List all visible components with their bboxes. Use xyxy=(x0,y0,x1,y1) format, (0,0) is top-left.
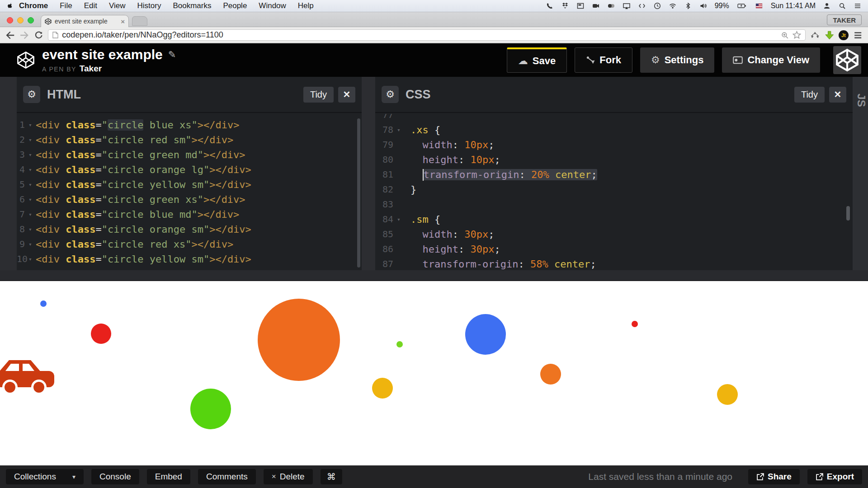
html-close-icon[interactable]: ✕ xyxy=(338,87,355,103)
code-line-85[interactable]: 85 width: 30px; xyxy=(375,227,853,242)
html-tidy-button[interactable]: Tidy xyxy=(303,87,334,103)
apple-icon[interactable] xyxy=(6,2,13,9)
css-scrollbar[interactable] xyxy=(846,206,850,221)
preview-circle-yellow-sm-2[interactable] xyxy=(717,384,738,405)
window-close-button[interactable] xyxy=(7,17,13,23)
html-scrollbar[interactable] xyxy=(357,118,360,267)
code-line-83[interactable]: 83 xyxy=(375,197,853,212)
us-flag-icon[interactable] xyxy=(755,2,764,9)
code-line-10[interactable]: 10▾<div class="circle yellow sm"></div> xyxy=(17,252,362,267)
user-avatar[interactable] xyxy=(833,46,861,74)
code-line-78[interactable]: 78▾.xs { xyxy=(375,122,853,137)
preview-circle-orange-sm[interactable] xyxy=(540,364,561,385)
preview-circle-orange-lg[interactable] xyxy=(258,299,340,381)
preview-circle-blue-md[interactable] xyxy=(465,314,506,355)
fold-arrow-icon[interactable]: ▾ xyxy=(25,237,36,252)
zoom-page-icon[interactable] xyxy=(781,31,789,39)
css-code-editor[interactable]: 7778▾.xs {79 width: 10px;80 height: 10px… xyxy=(375,114,853,270)
preview-circle-blue-xs[interactable] xyxy=(40,300,47,307)
fold-arrow-icon[interactable]: ▾ xyxy=(25,192,36,207)
preview-circle-red-xs[interactable] xyxy=(632,321,638,327)
fold-arrow-icon[interactable]: ▾ xyxy=(25,162,36,177)
change-view-button[interactable]: Change View xyxy=(722,47,820,73)
code-line-9[interactable]: 9▾<div class="circle red xs"></div> xyxy=(17,237,362,252)
tab-close-icon[interactable]: × xyxy=(121,18,125,25)
code-line-82[interactable]: 82} xyxy=(375,182,853,197)
pen-author[interactable]: Taker xyxy=(80,64,102,73)
code-line-8[interactable]: 8▾<div class="circle orange sm"></div> xyxy=(17,222,362,237)
fold-arrow-icon[interactable]: ▾ xyxy=(25,147,36,162)
spotlight-search-icon[interactable] xyxy=(838,2,846,9)
code-line-5[interactable]: 5▾<div class="circle yellow sm"></div> xyxy=(17,177,362,192)
back-icon[interactable] xyxy=(5,31,15,39)
js-collapsed-panel[interactable]: JS xyxy=(853,77,868,270)
window-icon[interactable] xyxy=(576,2,585,9)
toggle-icon[interactable] xyxy=(607,2,615,9)
dropbox-icon[interactable] xyxy=(561,2,569,9)
codepen-logo[interactable] xyxy=(17,51,35,69)
preview-circle-yellow-sm[interactable] xyxy=(372,378,393,399)
fold-arrow-icon[interactable]: ▾ xyxy=(393,122,404,137)
embed-button[interactable]: Embed xyxy=(147,469,190,484)
console-button[interactable]: Console xyxy=(91,469,139,484)
user-icon[interactable] xyxy=(823,2,831,9)
css-settings-gear-icon[interactable]: ⚙ xyxy=(382,86,399,103)
time-machine-icon[interactable] xyxy=(653,2,661,9)
fold-arrow-icon[interactable]: ▾ xyxy=(25,177,36,192)
delete-button[interactable]: × Delete xyxy=(264,469,313,484)
save-button[interactable]: ☁ Save xyxy=(507,47,567,73)
handset-icon[interactable] xyxy=(546,2,554,9)
url-field[interactable]: codepen.io/taker/pen/NNaOgg?editors=1100 xyxy=(48,29,806,41)
css-tidy-button[interactable]: Tidy xyxy=(794,87,825,103)
code-line-79[interactable]: 79 width: 10px; xyxy=(375,137,853,152)
collections-dropdown[interactable]: Collections ▾ xyxy=(6,469,84,484)
browser-tab[interactable]: event site example × xyxy=(41,15,129,27)
window-zoom-button[interactable] xyxy=(28,17,34,23)
menu-window[interactable]: Window xyxy=(259,1,286,10)
notification-center-icon[interactable] xyxy=(854,2,862,9)
keyboard-shortcuts-button[interactable]: ⌘ xyxy=(321,469,342,484)
jt-extension-icon[interactable]: Jt xyxy=(839,30,848,40)
fold-arrow-icon[interactable]: ▾ xyxy=(25,222,36,237)
share-button[interactable]: Share xyxy=(748,469,800,484)
fold-arrow-icon[interactable]: ▾ xyxy=(25,252,36,267)
clock-datetime[interactable]: Sun 11:41 AM xyxy=(771,2,816,10)
window-minimize-button[interactable] xyxy=(17,17,24,23)
html-code-editor[interactable]: 1▾<div class="circle blue xs"></div>2▾<d… xyxy=(17,117,362,270)
code-line-80[interactable]: 80 height: 10px; xyxy=(375,152,853,167)
export-button[interactable]: Export xyxy=(807,469,862,484)
code-line-7[interactable]: 7▾<div class="circle blue md"></div> xyxy=(17,207,362,222)
menu-edit[interactable]: Edit xyxy=(84,1,97,10)
code-line-6[interactable]: 6▾<div class="circle green xs"></div> xyxy=(17,192,362,207)
code-brackets-icon[interactable] xyxy=(638,2,646,9)
fold-arrow-icon[interactable]: ▾ xyxy=(25,207,36,222)
volume-icon[interactable] xyxy=(699,2,708,9)
menu-file[interactable]: File xyxy=(60,1,72,10)
camera-icon[interactable] xyxy=(592,2,600,9)
preview-circle-red-sm[interactable] xyxy=(91,324,111,344)
html-settings-gear-icon[interactable]: ⚙ xyxy=(23,86,40,103)
wifi-icon[interactable] xyxy=(669,2,677,9)
code-line-84[interactable]: 84▾.sm { xyxy=(375,212,853,227)
chrome-menu-icon[interactable] xyxy=(853,31,863,40)
bookmark-star-icon[interactable] xyxy=(793,31,801,39)
edit-pencil-icon[interactable]: ✎ xyxy=(168,49,176,60)
fold-arrow-icon[interactable]: ▾ xyxy=(25,117,36,132)
editor-preview-divider[interactable] xyxy=(0,270,868,281)
fold-arrow-icon[interactable]: ▾ xyxy=(25,132,36,147)
code-line-87[interactable]: 87 transform-origin: 58% center; xyxy=(375,257,853,270)
menu-people[interactable]: People xyxy=(223,1,247,10)
code-line-86[interactable]: 86 height: 30px; xyxy=(375,242,853,257)
comments-button[interactable]: Comments xyxy=(198,469,256,484)
code-line-1[interactable]: 1▾<div class="circle blue xs"></div> xyxy=(17,117,362,132)
code-line-3[interactable]: 3▾<div class="circle green md"></div> xyxy=(17,147,362,162)
fold-arrow-icon[interactable]: ▾ xyxy=(393,212,404,227)
new-tab-button[interactable] xyxy=(132,16,147,26)
menu-chrome[interactable]: Chrome xyxy=(19,1,48,10)
chrome-profile-button[interactable]: TAKER xyxy=(827,14,862,25)
settings-button[interactable]: ⚙ Settings xyxy=(640,47,715,73)
code-line-4[interactable]: 4▾<div class="circle orange lg"></div> xyxy=(17,162,362,177)
css-close-icon[interactable]: ✕ xyxy=(829,87,846,103)
url-text[interactable]: codepen.io/taker/pen/NNaOgg?editors=1100 xyxy=(62,30,777,40)
fork-button[interactable]: Fork xyxy=(575,47,632,73)
